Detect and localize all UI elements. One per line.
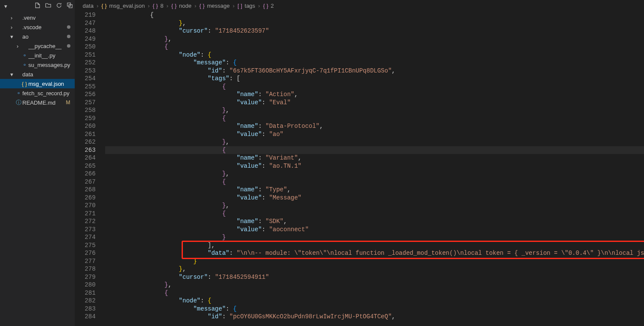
tree-item-label: data <box>22 71 70 78</box>
breadcrumb-segment[interactable]: { } 2 <box>263 3 274 9</box>
line-number: 247 <box>75 19 105 27</box>
code-line[interactable]: "name": "Type", <box>105 186 644 194</box>
line-number: 283 <box>75 305 105 313</box>
breadcrumb-segment[interactable]: { } 8 <box>153 3 164 9</box>
info-file-icon: ⓘ <box>15 99 22 106</box>
code-line[interactable]: }, <box>105 170 644 178</box>
code-line[interactable]: { <box>105 43 644 51</box>
code-line[interactable]: } <box>105 257 644 266</box>
breadcrumb-segment[interactable]: [ ] tags <box>237 3 255 9</box>
code-area[interactable]: { }, "cursor": "1718452623597" }, { "nod… <box>105 11 644 326</box>
json-file-icon: { } <box>21 81 28 87</box>
code-line[interactable]: { <box>105 210 644 218</box>
tree-item-label: __pycache__ <box>28 43 65 49</box>
code-line[interactable]: "name": "Action", <box>105 91 644 99</box>
breadcrumb-segment[interactable]: data <box>83 3 94 9</box>
line-number: 249 <box>75 35 105 43</box>
code-line[interactable]: }, <box>105 138 644 146</box>
line-number: 277 <box>75 257 105 266</box>
line-number: 259 <box>75 115 105 123</box>
code-line[interactable]: { <box>105 11 644 19</box>
code-line[interactable]: "value": "ao" <box>105 130 644 139</box>
code-line[interactable]: "node": { <box>105 51 644 59</box>
line-number: 282 <box>75 297 105 305</box>
code-line[interactable]: }, <box>105 19 644 27</box>
breadcrumb[interactable]: data›{ } msg_eval.json›{ } 8›{ } node›{ … <box>75 0 644 11</box>
code-line[interactable]: { <box>105 146 644 154</box>
tree-file[interactable]: ⓘREADME.mdM <box>0 98 75 107</box>
line-number: 250 <box>75 43 105 51</box>
line-number: 274 <box>75 233 105 241</box>
breadcrumb-label: 2 <box>271 3 274 9</box>
tree-file[interactable]: { }msg_eval.json <box>0 79 75 88</box>
code-line[interactable]: "data": "\n\n-- module: \"token\"\nlocal… <box>105 249 644 257</box>
code-line[interactable]: "id": "6s7k5FT36OBcHY5AFxrjyqC-7q1fPI1CB… <box>105 67 644 75</box>
object-icon: { } <box>153 3 158 9</box>
code-line[interactable]: "name": "Data-Protocol", <box>105 122 644 130</box>
line-number: 275 <box>75 241 105 250</box>
code-line[interactable]: }, <box>105 35 644 43</box>
chevron-down-icon: ▾ <box>4 3 10 9</box>
new-folder-icon[interactable] <box>45 2 52 10</box>
line-number: 253 <box>75 67 105 75</box>
tree-folder[interactable]: ›.vscode <box>0 22 75 32</box>
code-line[interactable]: "value": "ao.TN.1" <box>105 162 644 170</box>
line-number: 258 <box>75 106 105 115</box>
tree-item-label: README.md <box>22 100 64 106</box>
tree-folder[interactable]: ›.venv <box>0 13 75 22</box>
code-line[interactable]: "name": "Variant", <box>105 154 644 162</box>
code-line[interactable]: "tags": [ <box>105 75 644 83</box>
code-line[interactable]: { <box>105 115 644 123</box>
tree-item-label: msg_eval.json <box>28 81 70 87</box>
code-line[interactable]: "value": "Eval" <box>105 99 644 107</box>
code-line[interactable]: "node": { <box>105 297 644 305</box>
breadcrumb-segment[interactable]: { } msg_eval.json <box>101 3 145 9</box>
code-line[interactable]: { <box>105 178 644 186</box>
code-line[interactable]: }, <box>105 202 644 210</box>
line-number: 269 <box>75 194 105 202</box>
code-line[interactable]: "message": { <box>105 59 644 67</box>
code-editor[interactable]: 2192472482492502512522532542552562572582… <box>75 11 644 326</box>
explorer-header: ▾ <box>0 0 75 12</box>
refresh-icon[interactable] <box>56 2 62 10</box>
code-line[interactable]: { <box>105 289 644 297</box>
line-number: 278 <box>75 265 105 273</box>
breadcrumb-segment[interactable]: { } message <box>199 3 230 9</box>
file-explorer: ▾ ›.venv›.vscode▾ao›__pycache__⚬__init__… <box>0 0 75 326</box>
code-line[interactable]: { <box>105 83 644 91</box>
breadcrumb-label: data <box>83 3 94 9</box>
collapse-all-icon[interactable] <box>67 2 73 10</box>
code-line[interactable]: "name": "SDK", <box>105 217 644 226</box>
tree-item-label: .vscode <box>22 24 65 30</box>
line-number: 271 <box>75 210 105 218</box>
tree-file[interactable]: ⚬__init__.py <box>0 51 75 60</box>
code-line[interactable]: "value": "Message" <box>105 194 644 202</box>
tree-folder[interactable]: ›__pycache__ <box>0 41 75 51</box>
line-number: 284 <box>75 313 105 321</box>
code-line[interactable]: "cursor": "1718452594911" <box>105 273 644 281</box>
code-line[interactable]: } <box>105 233 644 241</box>
breadcrumb-segment[interactable]: { } node <box>171 3 191 9</box>
code-line[interactable]: "cursor": "1718452623597" <box>105 27 644 35</box>
tree-file[interactable]: ⚬fetch_sc_record.py <box>0 88 75 98</box>
code-line[interactable]: ], <box>105 241 644 250</box>
modified-dot-icon <box>67 25 70 29</box>
line-number: 267 <box>75 178 105 186</box>
line-number: 254 <box>75 75 105 83</box>
new-file-icon[interactable] <box>34 2 41 10</box>
line-number: 261 <box>75 130 105 139</box>
code-line[interactable]: }, <box>105 265 644 273</box>
code-line[interactable]: "message": { <box>105 305 644 313</box>
code-line[interactable]: }, <box>105 106 644 115</box>
object-icon: { } <box>199 3 204 9</box>
code-line[interactable]: }, <box>105 281 644 289</box>
tree-folder[interactable]: ▾data <box>0 69 75 79</box>
array-icon: [ ] <box>237 3 242 9</box>
chevron-right-icon: › <box>15 43 21 49</box>
line-number: 262 <box>75 138 105 146</box>
code-line[interactable]: "value": "aoconnect" <box>105 226 644 234</box>
line-number: 263 <box>75 146 105 154</box>
tree-folder[interactable]: ▾ao <box>0 32 75 41</box>
tree-file[interactable]: ⚬su_messages.py <box>0 60 75 69</box>
code-line[interactable]: "id": "pcOY6U0GsMKKcO2buPdn98rLwIwIrcjMU… <box>105 313 644 321</box>
